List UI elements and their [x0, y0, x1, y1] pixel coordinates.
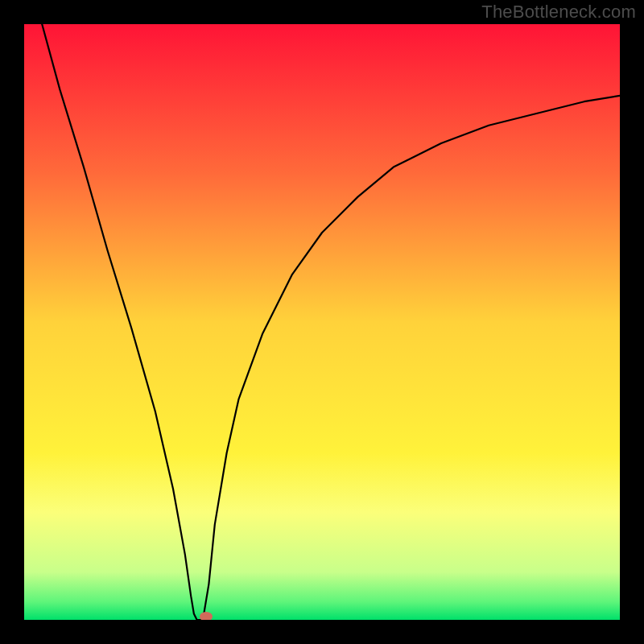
chart-frame: TheBottleneck.com	[0, 0, 644, 644]
plot-area	[24, 24, 620, 620]
bottleneck-curve	[24, 24, 620, 620]
watermark-text: TheBottleneck.com	[481, 2, 636, 23]
curve-minimum-marker	[200, 612, 213, 620]
